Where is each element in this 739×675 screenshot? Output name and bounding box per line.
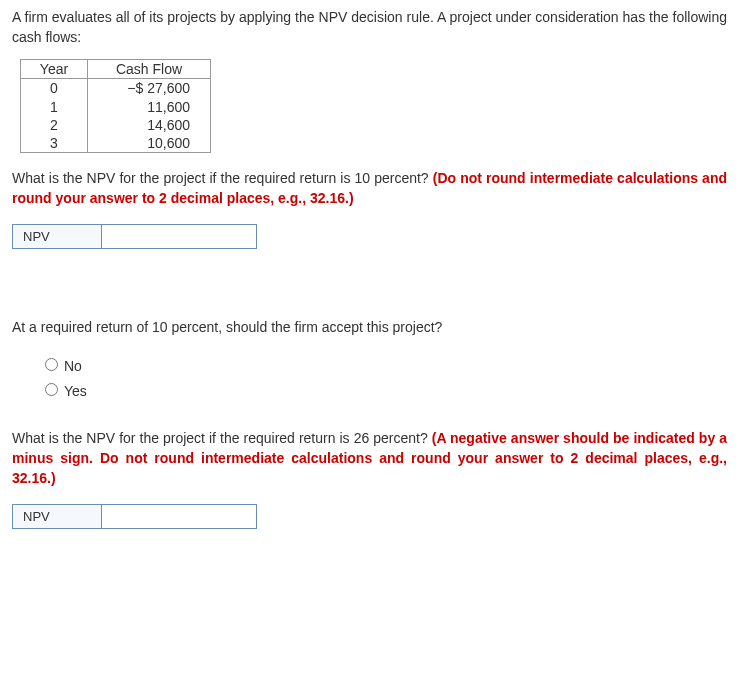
cell-cashflow: 14,600 xyxy=(88,116,211,134)
header-year: Year xyxy=(21,60,88,79)
cell-year: 1 xyxy=(21,98,88,116)
cell-cashflow: 10,600 xyxy=(88,134,211,153)
table-row: 0 −$ 27,600 xyxy=(21,79,211,98)
question-3: What is the NPV for the project if the r… xyxy=(12,429,727,488)
question-2: At a required return of 10 percent, shou… xyxy=(12,319,727,335)
npv-input-2[interactable] xyxy=(102,505,256,528)
radio-option-yes[interactable]: Yes xyxy=(40,380,727,399)
radio-option-no[interactable]: No xyxy=(40,355,727,374)
npv-label: NPV xyxy=(12,504,102,529)
header-cashflow: Cash Flow xyxy=(88,60,211,79)
cash-flow-table: Year Cash Flow 0 −$ 27,600 1 11,600 2 14… xyxy=(20,59,211,153)
npv-input-wrapper xyxy=(102,224,257,249)
cell-cashflow: 11,600 xyxy=(88,98,211,116)
table-row: 1 11,600 xyxy=(21,98,211,116)
q3-text: What is the NPV for the project if the r… xyxy=(12,430,432,446)
cell-year: 2 xyxy=(21,116,88,134)
radio-group-accept: No Yes xyxy=(40,355,727,399)
radio-no[interactable] xyxy=(45,358,58,371)
radio-no-label: No xyxy=(64,358,82,374)
cell-year: 0 xyxy=(21,79,88,98)
cell-cashflow: −$ 27,600 xyxy=(88,79,211,98)
intro-text: A firm evaluates all of its projects by … xyxy=(12,8,727,47)
radio-yes[interactable] xyxy=(45,383,58,396)
question-1: What is the NPV for the project if the r… xyxy=(12,169,727,208)
table-row: 3 10,600 xyxy=(21,134,211,153)
npv-label: NPV xyxy=(12,224,102,249)
npv-answer-row-1: NPV xyxy=(12,224,727,249)
npv-answer-row-2: NPV xyxy=(12,504,727,529)
radio-yes-label: Yes xyxy=(64,383,87,399)
npv-input-wrapper xyxy=(102,504,257,529)
npv-input-1[interactable] xyxy=(102,225,256,248)
table-row: 2 14,600 xyxy=(21,116,211,134)
table-header-row: Year Cash Flow xyxy=(21,60,211,79)
cell-year: 3 xyxy=(21,134,88,153)
q1-text: What is the NPV for the project if the r… xyxy=(12,170,433,186)
